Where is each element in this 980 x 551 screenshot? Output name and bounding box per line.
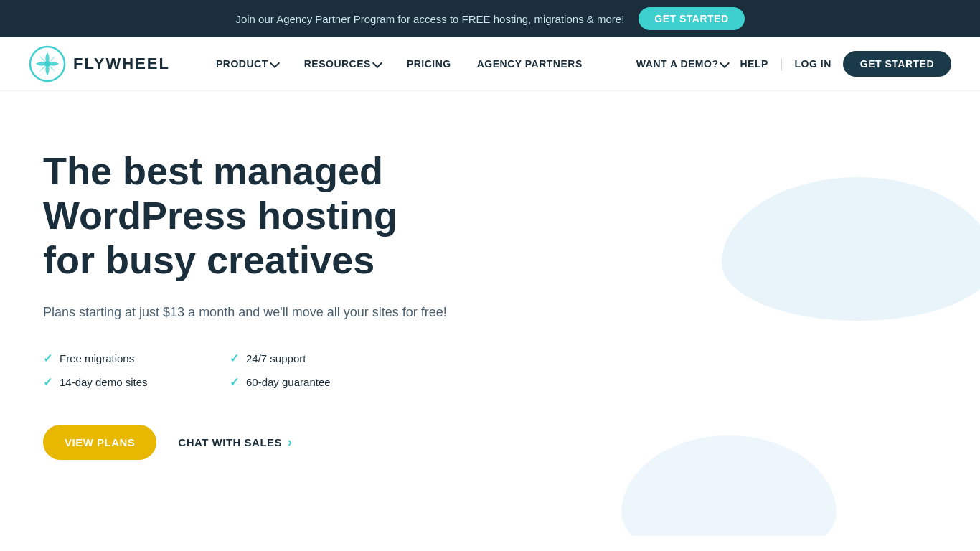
nav-help[interactable]: HELP bbox=[740, 58, 768, 70]
main-nav: PRODUCT RESOURCES PRICING AGENCY PARTNER… bbox=[206, 52, 636, 75]
hero-title: The best managed WordPress hosting for b… bbox=[43, 149, 459, 282]
cloud-decoration-bottom bbox=[621, 435, 837, 536]
nav-agency-partners[interactable]: AGENCY PARTNERS bbox=[467, 52, 593, 75]
svg-point-1 bbox=[44, 61, 50, 67]
check-icon: ✓ bbox=[43, 352, 52, 365]
feature-item-demo-sites: ✓ 14-day demo sites bbox=[43, 375, 187, 389]
nav-login[interactable]: LOG IN bbox=[795, 58, 831, 70]
nav-product[interactable]: PRODUCT bbox=[206, 52, 288, 75]
nav-demo[interactable]: WANT A DEMO? bbox=[636, 58, 729, 70]
banner-cta-button[interactable]: GET STARTED bbox=[639, 7, 744, 30]
feature-item-support: ✓ 24/7 support bbox=[230, 352, 373, 365]
chevron-right-icon: › bbox=[288, 435, 293, 450]
hero-subtitle: Plans starting at just $13 a month and w… bbox=[43, 302, 459, 323]
nav-pricing[interactable]: PRICING bbox=[397, 52, 461, 75]
logo-text: FLYWHEEL bbox=[73, 55, 170, 73]
flywheel-logo-icon bbox=[29, 45, 66, 83]
logo[interactable]: FLYWHEEL bbox=[29, 45, 170, 83]
chevron-down-icon bbox=[270, 57, 280, 67]
nav-divider: | bbox=[780, 57, 783, 72]
chevron-down-icon bbox=[372, 57, 382, 67]
check-icon: ✓ bbox=[230, 352, 239, 365]
hero-content: The best managed WordPress hosting for b… bbox=[43, 149, 459, 460]
top-banner: Join our Agency Partner Program for acce… bbox=[0, 0, 980, 37]
header: FLYWHEEL PRODUCT RESOURCES PRICING AGENC… bbox=[0, 37, 980, 91]
nav-right: WANT A DEMO? HELP | LOG IN GET STARTED bbox=[636, 51, 951, 77]
banner-text: Join our Agency Partner Program for acce… bbox=[235, 13, 624, 25]
nav-resources[interactable]: RESOURCES bbox=[294, 52, 391, 75]
cloud-decoration-top bbox=[722, 177, 980, 321]
nav-get-started-button[interactable]: GET STARTED bbox=[843, 51, 951, 77]
check-icon: ✓ bbox=[43, 375, 52, 389]
chevron-down-icon bbox=[720, 57, 730, 67]
view-plans-button[interactable]: VIEW PLANS bbox=[43, 425, 156, 460]
chat-with-sales-link[interactable]: CHAT WITH SALES › bbox=[178, 435, 292, 450]
feature-item-guarantee: ✓ 60-day guarantee bbox=[230, 375, 373, 389]
feature-item-migrations: ✓ Free migrations bbox=[43, 352, 187, 365]
features-list: ✓ Free migrations ✓ 24/7 support ✓ 14-da… bbox=[43, 352, 373, 389]
cta-row: VIEW PLANS CHAT WITH SALES › bbox=[43, 425, 459, 460]
hero-section: The best managed WordPress hosting for b… bbox=[0, 91, 980, 536]
check-icon: ✓ bbox=[230, 375, 239, 389]
